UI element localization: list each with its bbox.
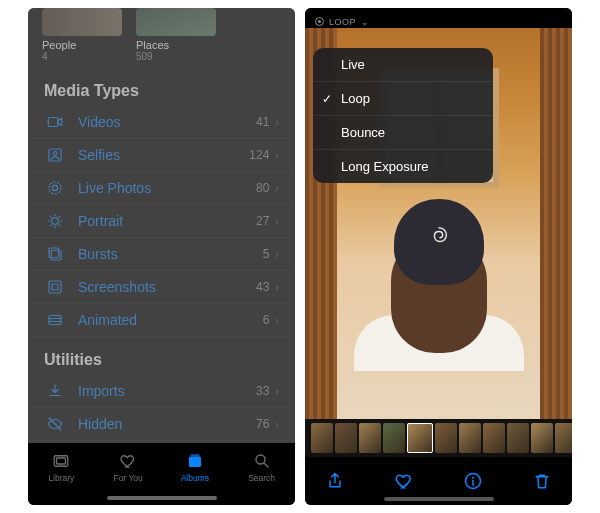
svg-rect-13 [189, 457, 201, 468]
film-thumb[interactable] [359, 423, 381, 453]
list-row-count: 27 [256, 214, 269, 228]
screenshot-icon [44, 278, 66, 296]
effect-dropdown: Live✓LoopBounceLong Exposure [313, 48, 493, 183]
film-thumb[interactable] [459, 423, 481, 453]
detail-toolbar [305, 457, 572, 505]
list-row-label: Animated [78, 312, 263, 328]
tile-people[interactable]: People 4 [42, 8, 122, 62]
albums-scroll[interactable]: People 4 Places 509 Media Types Videos 4… [28, 8, 295, 443]
screenshot-icon [46, 278, 64, 296]
svg-rect-0 [48, 118, 58, 127]
list-row-count: 41 [256, 115, 269, 129]
home-indicator [384, 497, 494, 501]
chevron-right-icon: › [275, 385, 279, 397]
animated-icon [44, 311, 66, 329]
effect-option-loop[interactable]: ✓Loop [313, 82, 493, 116]
list-row-count: 80 [256, 181, 269, 195]
favorite-button[interactable] [392, 469, 416, 493]
tab-bar: LibraryFor YouAlbumsSearch [28, 443, 295, 505]
list-row-label: Bursts [78, 246, 263, 262]
svg-point-15 [256, 455, 265, 464]
film-thumb[interactable] [483, 423, 505, 453]
film-thumb[interactable] [555, 423, 572, 453]
effect-option-label: Long Exposure [341, 159, 428, 174]
list-row-hidden[interactable]: Hidden 76 › [28, 408, 295, 441]
film-thumb[interactable] [383, 423, 405, 453]
list-row-count: 5 [263, 247, 270, 261]
share-icon [325, 471, 345, 491]
burst-icon [44, 245, 66, 263]
effect-option-live[interactable]: Live [313, 48, 493, 82]
tile-count: 509 [136, 51, 216, 62]
selfie-icon [46, 146, 64, 164]
tile-places[interactable]: Places 509 [136, 8, 216, 62]
info-button[interactable] [461, 469, 485, 493]
list-row-label: Portrait [78, 213, 256, 229]
tab-label: For You [113, 473, 142, 483]
photo-viewer[interactable]: Live✓LoopBounceLong Exposure [305, 28, 572, 419]
svg-rect-6 [51, 250, 61, 260]
film-thumb[interactable] [335, 423, 357, 453]
effect-option-long-exposure[interactable]: Long Exposure [313, 150, 493, 183]
svg-point-4 [49, 182, 61, 194]
tab-search[interactable]: Search [228, 447, 295, 505]
list-row-live-photos[interactable]: Live Photos 80 › [28, 172, 295, 205]
film-thumb[interactable] [311, 423, 333, 453]
effect-option-bounce[interactable]: Bounce [313, 116, 493, 150]
section-header-utilities: Utilities [28, 337, 295, 375]
list-row-label: Screenshots [78, 279, 256, 295]
livephoto-icon [44, 179, 66, 197]
chevron-right-icon: › [275, 215, 279, 227]
list-row-count: 33 [256, 384, 269, 398]
list-row-imports[interactable]: Imports 33 › [28, 375, 295, 408]
list-row-count: 6 [263, 313, 270, 327]
livephoto-icon [46, 179, 64, 197]
list-row-portrait[interactable]: Portrait 27 › [28, 205, 295, 238]
foryou-icon [117, 452, 139, 470]
animated-icon [46, 311, 64, 329]
list-row-bursts[interactable]: Bursts 5 › [28, 238, 295, 271]
film-thumb[interactable] [507, 423, 529, 453]
film-thumb[interactable] [407, 423, 433, 453]
list-row-label: Videos [78, 114, 256, 130]
filmstrip[interactable] [305, 419, 572, 457]
tile-title: People [42, 39, 122, 51]
chevron-right-icon: › [275, 149, 279, 161]
detail-header: LOOP ⌄ [305, 8, 572, 28]
library-icon [50, 452, 72, 470]
photo-content [384, 211, 494, 371]
svg-rect-7 [49, 248, 59, 258]
hidden-icon [46, 415, 64, 433]
livephoto-icon [315, 17, 324, 26]
svg-point-2 [53, 152, 57, 156]
albums-icon [184, 452, 206, 470]
chevron-right-icon: › [275, 314, 279, 326]
film-thumb[interactable] [531, 423, 553, 453]
list-row-animated[interactable]: Animated 6 › [28, 304, 295, 337]
tile-title: Places [136, 39, 216, 51]
trash-icon [532, 471, 552, 491]
film-thumb[interactable] [435, 423, 457, 453]
list-row-selfies[interactable]: Selfies 124 › [28, 139, 295, 172]
home-indicator [107, 496, 217, 500]
photo-content [540, 28, 572, 419]
import-icon [46, 382, 64, 400]
list-row-screenshots[interactable]: Screenshots 43 › [28, 271, 295, 304]
effect-selector-button[interactable]: LOOP ⌄ [315, 17, 370, 27]
effect-option-label: Loop [341, 91, 370, 106]
hidden-icon [44, 415, 66, 433]
list-row-label: Imports [78, 383, 256, 399]
albums-screen: People 4 Places 509 Media Types Videos 4… [28, 8, 295, 505]
import-icon [44, 382, 66, 400]
tab-library[interactable]: Library [28, 447, 95, 505]
chevron-right-icon: › [275, 418, 279, 430]
list-row-count: 76 [256, 417, 269, 431]
effect-label: LOOP [329, 17, 356, 27]
tile-count: 4 [42, 51, 122, 62]
chevron-right-icon: › [275, 116, 279, 128]
photo-detail-screen: LOOP ⌄ Live✓LoopBounceLong Exposure [305, 8, 572, 505]
video-icon [44, 113, 66, 131]
share-button[interactable] [323, 469, 347, 493]
delete-button[interactable] [530, 469, 554, 493]
list-row-videos[interactable]: Videos 41 › [28, 106, 295, 139]
